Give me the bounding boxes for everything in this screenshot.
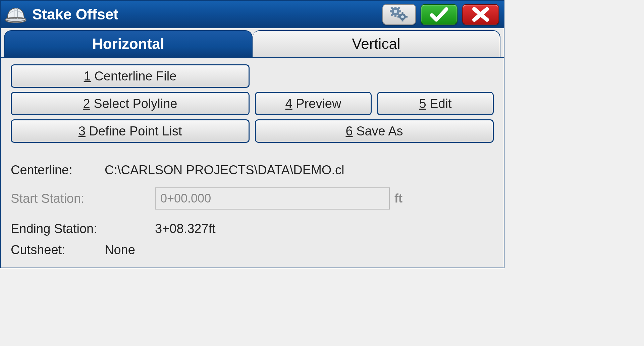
stake-offset-window: Stake Offset — [0, 0, 504, 268]
svg-rect-13 — [402, 12, 404, 14]
ending-station-label: Ending Station: — [11, 222, 155, 236]
button-label: 4 Preview — [285, 97, 341, 111]
start-station-label: Start Station: — [11, 191, 155, 206]
svg-point-11 — [394, 10, 397, 13]
button-label: 5 Edit — [419, 97, 451, 111]
cancel-button[interactable] — [462, 4, 499, 25]
select-polyline-button[interactable]: 2 Select Polyline — [11, 92, 250, 115]
centerline-row: Centerline: C:\CARLSON PROJECTS\DATA\DEM… — [11, 163, 494, 177]
start-station-input-wrap: ft — [155, 187, 402, 210]
start-station-row: Start Station: ft — [11, 187, 494, 210]
save-as-button[interactable]: 6 Save As — [255, 119, 494, 143]
content-area: 1 Centerline File 2 Select Polyline 4 Pr… — [1, 57, 504, 268]
tabbar: Horizontal Vertical — [1, 28, 504, 57]
start-station-unit: ft — [394, 191, 402, 206]
svg-rect-16 — [406, 16, 408, 18]
titlebar: Stake Offset — [1, 1, 504, 28]
preview-edit-group: 4 Preview 5 Edit — [255, 92, 494, 115]
info-rows: Centerline: C:\CARLSON PROJECTS\DATA\DEM… — [11, 163, 494, 257]
cutsheet-value: None — [105, 243, 494, 257]
svg-rect-3 — [394, 7, 396, 8]
hardhat-icon — [4, 4, 28, 24]
svg-point-17 — [401, 15, 404, 18]
svg-rect-5 — [390, 10, 392, 12]
button-grid: 1 Centerline File 2 Select Polyline 4 Pr… — [11, 64, 494, 143]
close-icon — [472, 7, 490, 22]
centerline-file-button[interactable]: 1 Centerline File — [11, 64, 250, 88]
gear-icon — [390, 7, 409, 21]
centerline-label: Centerline: — [11, 163, 105, 177]
settings-button[interactable] — [382, 4, 416, 25]
button-label: 1 Centerline File — [84, 69, 177, 83]
tab-horizontal[interactable]: Horizontal — [4, 30, 253, 57]
svg-rect-15 — [397, 16, 399, 18]
empty-cell — [255, 64, 494, 88]
edit-button[interactable]: 5 Edit — [377, 92, 494, 115]
svg-rect-4 — [394, 15, 396, 17]
cutsheet-label: Cutsheet: — [11, 243, 105, 257]
cutsheet-row: Cutsheet: None — [11, 243, 494, 257]
preview-button[interactable]: 4 Preview — [255, 92, 372, 115]
tab-vertical-label: Vertical — [352, 36, 400, 52]
start-station-input — [155, 187, 390, 210]
svg-rect-6 — [399, 10, 401, 12]
page-title: Stake Offset — [32, 6, 378, 23]
ok-button[interactable] — [421, 4, 458, 25]
check-icon — [429, 7, 449, 22]
button-label: 2 Select Polyline — [83, 97, 177, 111]
ending-station-value: 3+08.327ft — [155, 222, 494, 236]
svg-rect-14 — [402, 20, 404, 21]
centerline-value: C:\CARLSON PROJECTS\DATA\DEMO.cl — [105, 163, 494, 177]
tab-vertical[interactable]: Vertical — [253, 30, 500, 57]
button-label: 6 Save As — [345, 124, 403, 138]
define-point-list-button[interactable]: 3 Define Point List — [11, 119, 250, 143]
button-label: 3 Define Point List — [78, 124, 182, 138]
ending-station-row: Ending Station: 3+08.327ft — [11, 222, 494, 236]
tab-horizontal-label: Horizontal — [92, 36, 164, 52]
